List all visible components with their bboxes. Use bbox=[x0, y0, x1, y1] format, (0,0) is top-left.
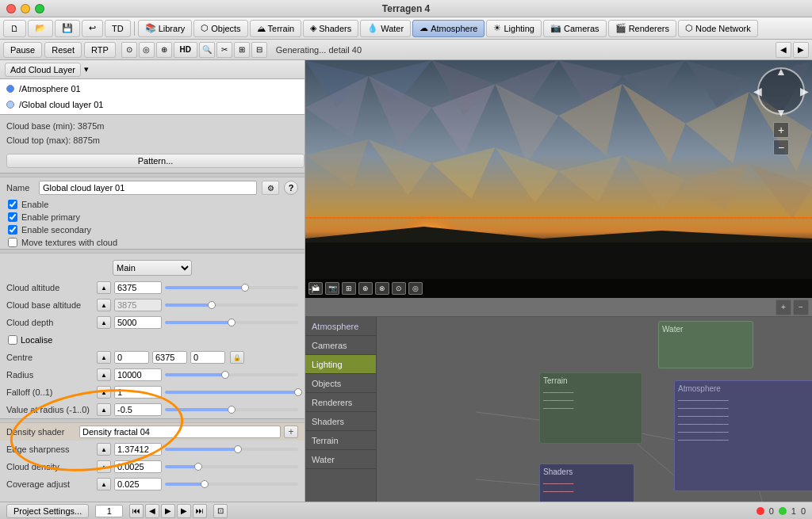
play-button[interactable]: ▶ bbox=[161, 504, 175, 518]
sidebar-item-lighting[interactable]: Lighting bbox=[305, 355, 376, 374]
nav-compass[interactable]: ▲ ▼ ◀ ▶ bbox=[753, 63, 809, 119]
centre-y-input[interactable] bbox=[152, 351, 187, 364]
node-terrain[interactable]: Terrain ────── ────── ────── bbox=[539, 372, 642, 444]
go-end-button[interactable]: ⏭ bbox=[193, 504, 207, 518]
cloud-altitude-icon[interactable]: ▲ bbox=[97, 281, 111, 294]
main-select[interactable]: Main bbox=[113, 260, 192, 276]
node-water[interactable]: Water bbox=[658, 321, 753, 368]
pause-button[interactable]: Pause bbox=[3, 42, 42, 58]
node-shaders[interactable]: Shaders ────── ────── bbox=[539, 464, 634, 502]
frame-input[interactable] bbox=[95, 505, 123, 517]
save-button[interactable]: 💾 bbox=[55, 20, 80, 37]
lock-icon[interactable]: 🔒 bbox=[230, 351, 244, 364]
radius-input[interactable] bbox=[114, 368, 162, 381]
view-icon-7[interactable]: ◎ bbox=[408, 282, 423, 295]
view-icon-5[interactable]: ⊗ bbox=[375, 282, 389, 295]
render-icon-2[interactable]: ◎ bbox=[139, 42, 155, 58]
falloff-icon[interactable]: ▲ bbox=[97, 386, 111, 399]
cloud-dropdown-arrow[interactable]: ▾ bbox=[84, 64, 89, 74]
value-at-radius-slider[interactable] bbox=[165, 408, 298, 411]
centre-z-input[interactable] bbox=[190, 351, 225, 364]
close-button[interactable] bbox=[6, 4, 16, 13]
radius-icon[interactable]: ▲ bbox=[97, 368, 111, 381]
edge-sharpness-icon[interactable]: ▲ bbox=[97, 443, 111, 456]
node-atmosphere[interactable]: Atmosphere ────────── ────────── ───────… bbox=[674, 380, 812, 491]
render-icon-1[interactable]: ⊙ bbox=[121, 42, 137, 58]
lighting-button[interactable]: ☀ Lighting bbox=[486, 20, 542, 37]
zoom-in-button[interactable]: + bbox=[773, 122, 789, 138]
project-settings-button[interactable]: Project Settings... bbox=[6, 504, 89, 518]
sidebar-item-shaders[interactable]: Shaders bbox=[305, 412, 376, 431]
nav-left-icon[interactable]: ◀ bbox=[776, 42, 791, 58]
edge-sharpness-input[interactable] bbox=[114, 443, 162, 456]
falloff-input[interactable] bbox=[114, 386, 162, 399]
add-cloud-button[interactable]: Add Cloud Layer bbox=[5, 63, 81, 77]
sidebar-item-cameras[interactable]: Cameras bbox=[305, 336, 376, 355]
zoom-out-button[interactable]: − bbox=[773, 139, 789, 155]
density-shader-input[interactable] bbox=[79, 426, 281, 438]
cloud-list-item-gcl01[interactable]: /Global cloud layer 01 bbox=[0, 97, 304, 113]
hd-button[interactable]: HD bbox=[174, 42, 197, 58]
sidebar-item-terrain2[interactable]: Terrain bbox=[305, 431, 376, 450]
help-button[interactable]: ? bbox=[284, 181, 298, 195]
name-input[interactable] bbox=[39, 181, 257, 195]
enable-checkbox[interactable] bbox=[8, 200, 17, 209]
value-at-radius-input[interactable] bbox=[114, 403, 162, 416]
view-icon-6[interactable]: ⊙ bbox=[392, 282, 406, 295]
library-button[interactable]: 📚 Library bbox=[138, 20, 193, 37]
centre-icon[interactable]: ▲ bbox=[97, 351, 111, 364]
minimize-button[interactable] bbox=[21, 4, 30, 13]
settings-icon-button[interactable]: ⚙ bbox=[262, 181, 279, 195]
enable-primary-checkbox[interactable] bbox=[8, 212, 17, 222]
atmosphere-button[interactable]: ☁ Atmosphere bbox=[412, 20, 485, 37]
node-zoom-out-icon[interactable]: − bbox=[793, 300, 809, 315]
view-icon-4[interactable]: ⊕ bbox=[358, 282, 373, 295]
render-icon-6[interactable]: ✂ bbox=[216, 42, 232, 58]
nav-right-icon[interactable]: ▶ bbox=[793, 42, 809, 58]
open-button[interactable]: 📂 bbox=[28, 20, 53, 37]
centre-x-input[interactable] bbox=[114, 351, 149, 364]
next-frame-button[interactable]: ▶ bbox=[177, 504, 191, 518]
enable-secondary-checkbox[interactable] bbox=[8, 225, 17, 235]
renderers-button[interactable]: 🎬 Renderers bbox=[608, 20, 676, 37]
go-start-button[interactable]: ⏮ bbox=[129, 504, 144, 518]
edge-sharpness-slider[interactable] bbox=[165, 448, 298, 451]
view-icon-2[interactable]: 📷 bbox=[325, 282, 339, 295]
cloud-depth-icon[interactable]: ▲ bbox=[97, 316, 111, 329]
value-at-radius-icon[interactable]: ▲ bbox=[97, 403, 111, 416]
view-icon-3[interactable]: ⊞ bbox=[342, 282, 356, 295]
falloff-slider[interactable] bbox=[165, 391, 298, 394]
node-zoom-in-icon[interactable]: + bbox=[776, 300, 791, 315]
cloud-base-altitude-input[interactable] bbox=[114, 299, 162, 311]
cloud-list-item-atm01[interactable]: /Atmosphere 01 bbox=[0, 81, 304, 97]
cloud-depth-input[interactable] bbox=[114, 316, 162, 329]
new-button[interactable]: 🗋 bbox=[3, 20, 26, 37]
undo-button[interactable]: ↩ bbox=[82, 20, 103, 37]
cloud-density-icon[interactable]: ▲ bbox=[97, 460, 111, 473]
move-textures-checkbox[interactable] bbox=[8, 238, 17, 247]
render-icon-8[interactable]: ⊟ bbox=[251, 42, 267, 58]
maximize-button[interactable] bbox=[35, 4, 44, 13]
shaders-button[interactable]: ◈ Shaders bbox=[303, 20, 358, 37]
cloud-density-slider[interactable] bbox=[165, 465, 298, 468]
render-icon-3[interactable]: ⊕ bbox=[156, 42, 172, 58]
node-network-button[interactable]: ⬡ Node Network bbox=[678, 20, 758, 37]
record-button[interactable]: ⊡ bbox=[213, 504, 228, 518]
render-icon-7[interactable]: ⊞ bbox=[234, 42, 250, 58]
density-add-button[interactable]: + bbox=[284, 426, 298, 438]
cloud-depth-slider[interactable] bbox=[165, 321, 298, 324]
reset-button[interactable]: Reset bbox=[44, 42, 82, 58]
objects-button[interactable]: ⬡ Objects bbox=[193, 20, 247, 37]
node-canvas[interactable]: Atmosphere Cameras Lighting Objects Rend… bbox=[305, 317, 812, 502]
pattern-button[interactable]: Pattern... bbox=[6, 154, 304, 168]
cloud-base-altitude-icon[interactable]: ▲ bbox=[97, 299, 111, 311]
sidebar-item-water2[interactable]: Water bbox=[305, 450, 376, 469]
sidebar-item-renderers[interactable]: Renderers bbox=[305, 393, 376, 412]
coverage-adjust-icon[interactable]: ▲ bbox=[97, 478, 111, 490]
coverage-adjust-slider[interactable] bbox=[165, 483, 298, 486]
prev-frame-button[interactable]: ◀ bbox=[145, 504, 159, 518]
terrain-button[interactable]: ⛰ Terrain bbox=[250, 20, 302, 37]
render-icon-5[interactable]: 🔍 bbox=[199, 42, 215, 58]
cloud-altitude-slider[interactable] bbox=[165, 286, 298, 289]
localise-checkbox[interactable] bbox=[8, 335, 17, 345]
